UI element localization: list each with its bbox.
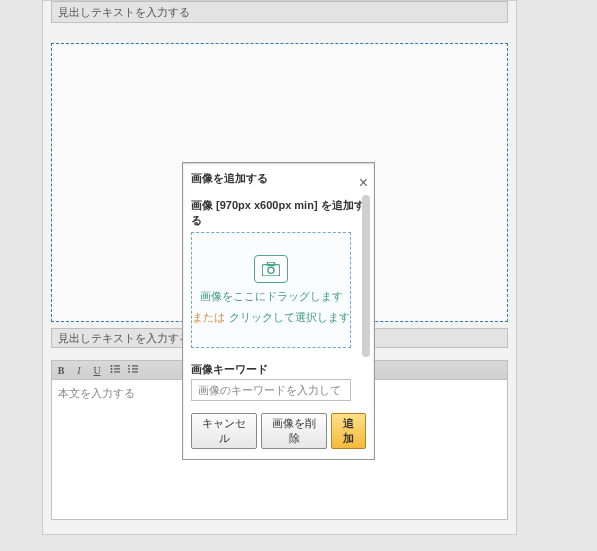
modal-button-row: キャンセル 画像を削除 追加 <box>191 413 366 449</box>
close-button[interactable]: × <box>359 175 368 191</box>
modal-dropzone[interactable]: 画像をここにドラッグします または クリックして選択します <box>191 232 351 348</box>
add-image-modal: 画像を追加する × 画像 [970px x600px min] を追加する 画像… <box>182 162 375 460</box>
svg-rect-6 <box>114 368 120 369</box>
bullet-list-button[interactable] <box>110 364 120 376</box>
svg-rect-11 <box>128 368 130 369</box>
svg-rect-14 <box>132 371 138 372</box>
modal-title: 画像を追加する <box>191 171 366 186</box>
svg-rect-8 <box>114 371 120 372</box>
modal-upload-button[interactable] <box>254 255 288 283</box>
svg-rect-4 <box>114 365 120 366</box>
italic-button[interactable]: I <box>74 365 84 376</box>
add-button[interactable]: 追加 <box>331 413 366 449</box>
svg-point-3 <box>111 365 113 367</box>
svg-point-17 <box>268 267 274 273</box>
bold-button[interactable]: B <box>56 365 66 376</box>
heading-input-1[interactable] <box>51 1 508 23</box>
delete-image-button[interactable]: 画像を削除 <box>261 413 327 449</box>
modal-subheading: 画像 [970px x600px min] を追加する <box>191 198 366 228</box>
drop-or-text: または <box>192 311 228 323</box>
keyword-input[interactable] <box>191 379 351 401</box>
svg-rect-10 <box>132 365 138 366</box>
svg-rect-13 <box>128 371 130 372</box>
underline-button[interactable]: U <box>92 365 102 376</box>
svg-rect-16 <box>268 262 275 266</box>
svg-point-7 <box>111 371 113 373</box>
modal-scrollbar[interactable] <box>362 195 370 357</box>
numbered-list-button[interactable] <box>128 364 138 376</box>
camera-icon <box>262 262 280 276</box>
drop-click-text: クリックして選択します <box>229 311 350 323</box>
svg-point-5 <box>111 368 113 370</box>
svg-rect-15 <box>262 265 280 276</box>
drop-instruction-2: または クリックして選択します <box>192 310 349 325</box>
drop-instruction-1: 画像をここにドラッグします <box>200 289 343 304</box>
keyword-label: 画像キーワード <box>191 362 366 377</box>
svg-rect-9 <box>128 365 130 366</box>
svg-rect-12 <box>132 368 138 369</box>
cancel-button[interactable]: キャンセル <box>191 413 257 449</box>
